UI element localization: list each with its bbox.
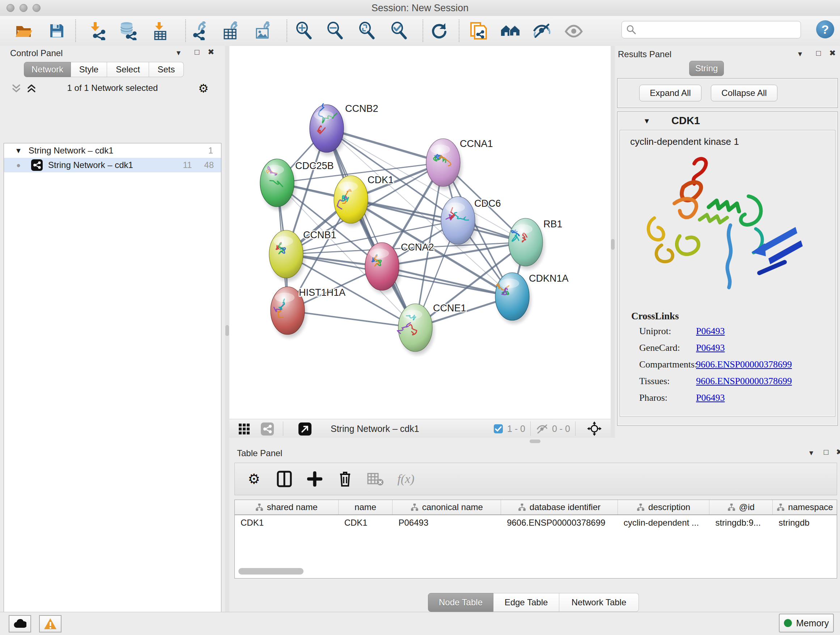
- export-table-icon[interactable]: [221, 21, 241, 41]
- horizontal-splitter-handle[interactable]: [530, 440, 540, 443]
- column-header-namespace[interactable]: namespace: [773, 500, 837, 515]
- zoom-fit-icon[interactable]: [357, 21, 377, 41]
- network-node-RB1[interactable]: [508, 218, 545, 269]
- control-panel-close-icon[interactable]: ✖: [208, 48, 214, 56]
- function-builder-icon[interactable]: f(x): [398, 470, 414, 487]
- expand-collapse-box: Expand All Collapse All: [617, 78, 838, 108]
- export-network-icon[interactable]: [189, 21, 210, 41]
- add-column-icon[interactable]: [306, 470, 323, 487]
- help-icon[interactable]: ?: [816, 20, 834, 38]
- network-node-CCNE1[interactable]: [398, 304, 434, 355]
- network-row[interactable]: ● String Network – cdk1 11 48: [4, 158, 221, 172]
- results-panel-title: Results Panel: [618, 49, 671, 59]
- delete-table-icon[interactable]: [367, 470, 384, 487]
- table-panel-float-icon[interactable]: □: [824, 448, 829, 456]
- control-panel-float-icon[interactable]: □: [195, 48, 199, 56]
- selected-nodes-checkbox[interactable]: [493, 424, 503, 434]
- cloud-button[interactable]: [9, 615, 31, 632]
- import-network-file-icon[interactable]: [88, 21, 108, 41]
- column-header-id[interactable]: @id: [709, 500, 773, 515]
- show-columns-icon[interactable]: [276, 470, 293, 487]
- import-table-icon[interactable]: [150, 21, 171, 41]
- cell-namespace[interactable]: stringdb: [773, 515, 837, 530]
- tab-sets[interactable]: Sets: [149, 62, 184, 77]
- column-header-canonical-name[interactable]: canonical name: [393, 500, 501, 515]
- tab-string[interactable]: String: [689, 61, 724, 76]
- network-graph[interactable]: CCNB2CCNA1CDC25BCDK1CDC6RB1CCNB1CCNA2CDK…: [229, 46, 611, 419]
- crosslink-uniprot-link[interactable]: P06493: [696, 326, 725, 337]
- warnings-button[interactable]: [39, 615, 62, 632]
- left-splitter[interactable]: [225, 46, 229, 612]
- table-horizontal-scrollbar[interactable]: [238, 568, 303, 575]
- memory-button[interactable]: Memory: [779, 614, 834, 632]
- network-node-CDKN1A[interactable]: [495, 272, 531, 324]
- network-node-CCNB2[interactable]: [309, 103, 346, 156]
- collection-expand-caret-icon[interactable]: ▼: [15, 147, 22, 155]
- open-session-icon[interactable]: [13, 21, 34, 41]
- session-home-icon[interactable]: [500, 21, 521, 41]
- network-node-CCNB1[interactable]: [269, 230, 305, 281]
- results-panel-close-icon[interactable]: ✖: [829, 49, 836, 57]
- string-view-icon[interactable]: [261, 422, 274, 436]
- delete-column-icon[interactable]: [337, 470, 354, 487]
- network-edge[interactable]: [287, 310, 415, 328]
- collapse-all-button[interactable]: Collapse All: [711, 85, 777, 101]
- cell-database-identifier[interactable]: 9606.ENSP00000378699: [501, 515, 618, 530]
- right-splitter-handle[interactable]: [611, 239, 615, 250]
- column-header-name[interactable]: name: [339, 500, 393, 515]
- crosslink-row: Uniprot:: [639, 326, 671, 337]
- cell-name[interactable]: CDK1: [339, 515, 393, 530]
- tab-style[interactable]: Style: [71, 62, 107, 77]
- cell-shared-name[interactable]: CDK1: [235, 515, 339, 530]
- cell-description[interactable]: cyclin-dependent ...: [618, 515, 710, 530]
- crosslink-genecard-link[interactable]: P06493: [696, 342, 725, 353]
- left-splitter-handle[interactable]: [225, 325, 229, 336]
- import-network-database-icon[interactable]: [118, 21, 138, 41]
- cell-id[interactable]: stringdb:9...: [709, 515, 773, 530]
- control-panel-menu-caret-icon[interactable]: ▾: [177, 49, 180, 57]
- results-panel-float-icon[interactable]: □: [816, 49, 821, 57]
- table-panel-close-icon[interactable]: ✖: [836, 448, 840, 456]
- tab-node-table[interactable]: Node Table: [428, 593, 493, 612]
- refresh-icon[interactable]: [429, 21, 449, 41]
- tab-edge-table[interactable]: Edge Table: [493, 593, 559, 612]
- tab-network-table[interactable]: Network Table: [559, 593, 639, 612]
- search-input[interactable]: [636, 24, 790, 35]
- network-collection-row[interactable]: ▼ String Network – cdk1 1: [4, 143, 221, 158]
- horizontal-splitter[interactable]: [229, 438, 840, 445]
- protein-collapse-caret-icon[interactable]: ▼: [643, 117, 651, 125]
- export-image-icon[interactable]: [253, 21, 273, 41]
- expand-all-button[interactable]: Expand All: [639, 85, 701, 101]
- zoom-in-icon[interactable]: [294, 21, 314, 41]
- column-header-database-identifier[interactable]: database identifier: [501, 500, 618, 515]
- zoom-out-icon[interactable]: [325, 21, 345, 41]
- table-panel-title: Table Panel: [237, 448, 282, 458]
- crosslink-pharos-link[interactable]: P06493: [696, 393, 725, 403]
- table-toolbar: ⚙ f(x): [234, 463, 837, 495]
- crosslink-tissues-link[interactable]: 9606.ENSP00000378699: [696, 376, 792, 386]
- tab-network[interactable]: Network: [24, 62, 71, 77]
- open-in-window-icon[interactable]: [298, 422, 312, 436]
- cell-canonical-name[interactable]: P06493: [393, 515, 501, 530]
- hide-panels-eye-slash-icon[interactable]: [532, 21, 553, 41]
- network-options-gear-icon[interactable]: ⚙: [198, 81, 209, 95]
- duplicate-network-icon[interactable]: [468, 21, 488, 41]
- birds-eye-view-icon[interactable]: [238, 423, 250, 435]
- network-node-CCNA2[interactable]: [365, 242, 401, 294]
- tab-select[interactable]: Select: [107, 62, 149, 77]
- network-canvas[interactable]: CCNB2CCNA1CDC25BCDK1CDC6RB1CCNB1CCNA2CDK…: [229, 46, 611, 419]
- save-session-icon[interactable]: [47, 21, 67, 41]
- network-node-CDC6[interactable]: [441, 196, 477, 248]
- network-edge[interactable]: [382, 266, 512, 296]
- column-header-shared-name[interactable]: shared name: [235, 500, 339, 515]
- column-header-description[interactable]: description: [618, 500, 710, 515]
- right-splitter[interactable]: [611, 46, 615, 438]
- results-panel-menu-caret-icon[interactable]: ▾: [798, 50, 802, 58]
- pan-crosshair-icon[interactable]: [587, 421, 602, 436]
- table-panel-menu-caret-icon[interactable]: ▾: [809, 449, 813, 457]
- table-options-gear-icon[interactable]: ⚙: [246, 470, 262, 487]
- crosslink-compartments-link[interactable]: 9606.ENSP00000378699: [696, 359, 792, 370]
- zoom-selected-icon[interactable]: [389, 21, 409, 41]
- show-panels-eye-icon[interactable]: [564, 21, 584, 41]
- network-node-CDC25B[interactable]: [260, 159, 296, 210]
